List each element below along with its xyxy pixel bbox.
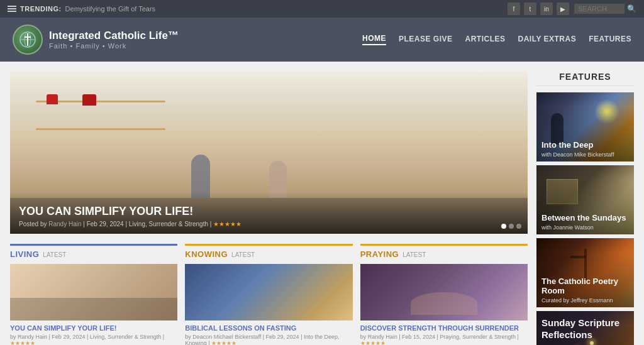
sidebar: FEATURES Into the Deep with Deacon Mike … — [536, 72, 634, 345]
hamburger-icon[interactable] — [8, 6, 16, 12]
sidebar-title: FEATURES — [536, 72, 634, 86]
nav-give[interactable]: PLEASE GIVE — [399, 35, 453, 45]
hero-dot-3[interactable] — [516, 224, 521, 229]
poetry-room-bg: The Catholic Poetry Room Curated by Jeff… — [536, 238, 634, 307]
praying-stars: ★★★★★ — [360, 340, 386, 345]
between-sundays-subtitle: with Joannie Watson — [541, 224, 629, 231]
knowing-byline: by Deacon Michael Bickerstaff | Feb 29, … — [185, 334, 352, 345]
living-thumb[interactable] — [10, 264, 177, 320]
facebook-icon[interactable]: f — [508, 3, 520, 15]
trending-label: TRENDING: — [20, 5, 62, 13]
trending-area: TRENDING: Demystifying the Gift of Tears — [8, 5, 155, 13]
hero-meta: Posted by Randy Hain | Feb 29, 2024 | Li… — [19, 221, 519, 227]
living-article-title[interactable]: YOU CAN SIMPLIFY YOUR LIFE! — [10, 324, 177, 332]
hero-nav — [501, 224, 521, 229]
tagline: Faith • Family • Work — [49, 42, 179, 50]
praying-section-name: PRAYING — [360, 249, 399, 259]
feature-card-into-deep[interactable]: Into the Deep with Deacon Mike Bickersta… — [536, 92, 634, 162]
logo-icon[interactable] — [13, 25, 43, 55]
knowing-section: KNOWING Latest BIBLICAL LESSONS ON FASTI… — [185, 244, 352, 345]
living-byline2: Surrender & Strength | — [108, 334, 164, 340]
feature-card-poetry-room[interactable]: The Catholic Poetry Room Curated by Jeff… — [536, 238, 634, 307]
search-button[interactable]: 🔍 — [627, 4, 636, 13]
youtube-icon[interactable]: ▶ — [557, 3, 569, 15]
knowing-thumb[interactable] — [185, 264, 352, 320]
feature-card-between-sundays[interactable]: Between the Sundays with Joannie Watson — [536, 165, 634, 234]
poetry-room-title: The Catholic Poetry Room — [541, 277, 629, 296]
praying-byline: by Randy Hain | Feb 15, 2024 | Praying, … — [360, 334, 528, 345]
hero-author-label: Posted by — [19, 221, 48, 227]
top-bar-right: f t in ▶ 🔍 — [508, 3, 636, 15]
praying-thumb[interactable] — [360, 264, 528, 320]
site-name: Integrated Catholic Life™ — [49, 30, 179, 42]
knowing-header: KNOWING Latest — [185, 244, 352, 259]
instagram-icon[interactable]: in — [540, 3, 553, 15]
hero-overlay: YOU CAN SIMPLIFY YOUR LIFE! Posted by Ra… — [10, 192, 528, 234]
knowing-section-name: KNOWING — [185, 249, 228, 259]
feature-card-scripture[interactable]: Sunday Scripture Reflections — [536, 311, 634, 345]
poetry-room-subtitle: Curated by Jeffrey Essmann — [541, 297, 629, 304]
living-section-name: LIVING — [10, 249, 39, 259]
search-input[interactable] — [574, 4, 625, 14]
nav-home[interactable]: HOME — [362, 34, 386, 45]
between-sundays-bg: Between the Sundays with Joannie Watson — [536, 165, 634, 234]
logo-text: Integrated Catholic Life™ Faith • Family… — [49, 30, 179, 50]
main-nav: HOME PLEASE GIVE ARTICLES DAILY EXTRAS F… — [362, 34, 631, 45]
into-deep-text: Into the Deep with Deacon Mike Bickersta… — [541, 140, 629, 158]
hero-author: Randy Hain — [48, 221, 81, 227]
hero-title: YOU CAN SIMPLIFY YOUR LIFE! — [19, 205, 519, 218]
hero-stars: ★★★★★ — [213, 221, 242, 227]
social-icons: f t in ▶ — [508, 3, 569, 15]
nav-features[interactable]: FEATURES — [589, 35, 631, 45]
praying-header: PRAYING Latest — [360, 244, 528, 259]
hero-date: Feb 29, 2024 — [87, 221, 124, 227]
scripture-title: Sunday Scripture Reflections — [541, 317, 629, 341]
hero-category: Living, Surrender & Strength — [129, 221, 208, 227]
content-wrapper: YOU CAN SIMPLIFY YOUR LIFE! Posted by Ra… — [0, 62, 644, 345]
top-bar: TRENDING: Demystifying the Gift of Tears… — [0, 0, 644, 18]
into-deep-subtitle: with Deacon Mike Bickerstaff — [541, 151, 629, 158]
praying-section: PRAYING Latest DISCOVER STRENGTH THROUGH… — [360, 244, 528, 345]
nav-daily-extras[interactable]: DAILY EXTRAS — [518, 35, 577, 45]
living-section: LIVING Latest YOU CAN SIMPLIFY YOUR LIFE… — [10, 244, 177, 345]
knowing-latest: Latest — [231, 251, 255, 258]
nav-articles[interactable]: ARTICLES — [465, 35, 506, 45]
praying-latest: Latest — [402, 251, 426, 258]
knowing-stars: ★★★★★ — [211, 340, 236, 345]
hero[interactable]: YOU CAN SIMPLIFY YOUR LIFE! Posted by Ra… — [10, 72, 528, 234]
praying-byline-text: by Randy Hain | Feb 15, 2024 | Praying, — [360, 334, 461, 340]
sections-grid: LIVING Latest YOU CAN SIMPLIFY YOUR LIFE… — [10, 244, 528, 345]
trending-link[interactable]: Demystifying the Gift of Tears — [65, 5, 155, 13]
main-content: YOU CAN SIMPLIFY YOUR LIFE! Posted by Ra… — [10, 72, 528, 345]
logo-area: Integrated Catholic Life™ Faith • Family… — [13, 25, 179, 55]
twitter-icon[interactable]: t — [524, 3, 536, 15]
hero-dot-2[interactable] — [509, 224, 514, 229]
between-sundays-title: Between the Sundays — [541, 213, 629, 223]
praying-byline2: Surrender & Strength | — [462, 334, 519, 340]
living-stars: ★★★★★ — [10, 340, 35, 345]
between-sundays-text: Between the Sundays with Joannie Watson — [541, 213, 629, 231]
search-area[interactable]: 🔍 — [574, 4, 636, 14]
hero-dot-1[interactable] — [501, 224, 506, 229]
knowing-article-title[interactable]: BIBLICAL LESSONS ON FASTING — [185, 324, 352, 332]
knowing-byline-text: by Deacon Michael Bickerstaff | Feb 29, … — [185, 334, 299, 340]
living-latest: Latest — [43, 251, 66, 258]
poetry-room-text: The Catholic Poetry Room Curated by Jeff… — [541, 277, 629, 304]
praying-article-title[interactable]: DISCOVER STRENGTH THROUGH SURRENDER — [360, 324, 528, 332]
living-byline-text: by Randy Hain | Feb 29, 2024 | Living, — [10, 334, 106, 340]
living-header: LIVING Latest — [10, 244, 177, 259]
scripture-text: Sunday Scripture Reflections — [541, 317, 629, 341]
header: Integrated Catholic Life™ Faith • Family… — [0, 18, 644, 62]
into-deep-bg: Into the Deep with Deacon Mike Bickersta… — [536, 92, 634, 162]
living-byline: by Randy Hain | Feb 29, 2024 | Living, S… — [10, 334, 177, 345]
into-deep-title: Into the Deep — [541, 140, 629, 150]
